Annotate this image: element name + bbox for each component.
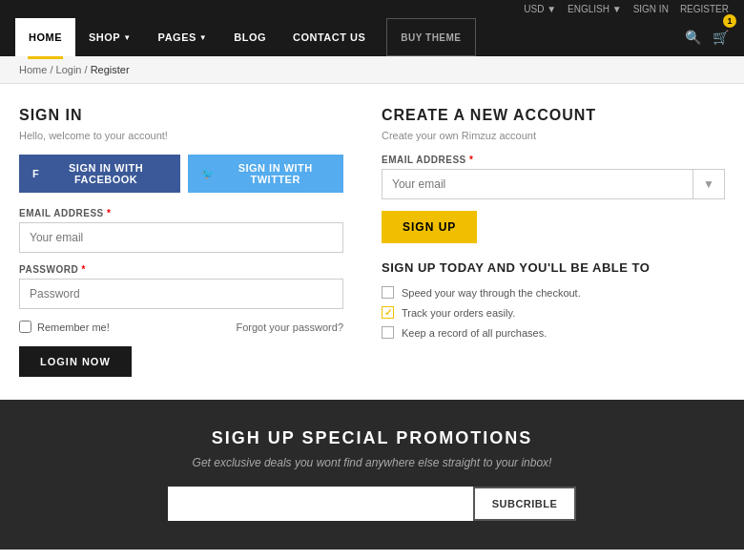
- benefit-3-text: Keep a record of all purchases.: [402, 327, 547, 339]
- signin-link[interactable]: SIGN IN: [633, 4, 669, 14]
- benefit-2-text: Track your orders easily.: [402, 307, 515, 319]
- signin-section: SIGN IN Hello, welcome to your account! …: [19, 107, 343, 377]
- benefit-3-checkbox: [382, 326, 394, 339]
- breadcrumb-home[interactable]: Home: [19, 64, 47, 75]
- signin-password-input[interactable]: [19, 279, 343, 309]
- nav-shop[interactable]: SHOP ▼: [75, 18, 145, 56]
- breadcrumb-current: Register: [91, 64, 130, 75]
- promo-email-input[interactable]: [168, 487, 473, 521]
- create-account-subtitle: Create your own Rimzuz account: [382, 130, 725, 141]
- promo-subtitle: Get exclusive deals you wont find anywhe…: [19, 456, 725, 469]
- nav-pages[interactable]: PAGES ▼: [145, 18, 221, 56]
- nav-buy-theme[interactable]: BUY THEME: [386, 18, 475, 56]
- email-dropdown-icon[interactable]: ▼: [693, 169, 725, 199]
- nav-icons: 🔍 🛒 1: [685, 30, 729, 45]
- benefit-1-text: Speed your way through the checkout.: [402, 287, 581, 299]
- subscribe-button[interactable]: SUBCRIBLE: [473, 487, 577, 521]
- remember-me-checkbox[interactable]: [19, 321, 31, 333]
- main-nav: HOME SHOP ▼ PAGES ▼ BLOG CONTACT US BUY …: [0, 18, 744, 56]
- benefits-title: SIGN UP TODAY AND YOU'LL BE ABLE TO: [382, 260, 725, 275]
- pages-arrow: ▼: [199, 33, 207, 42]
- forgot-password-link[interactable]: Forgot your password?: [237, 321, 344, 333]
- benefit-2-checkbox: ✓: [382, 306, 394, 319]
- signup-button[interactable]: SIGN UP: [382, 211, 477, 243]
- signin-subtitle: Hello, welcome to your account!: [19, 130, 343, 141]
- form-options-row: Remember me! Forgot your password?: [19, 321, 343, 333]
- nav-home[interactable]: HOME: [15, 18, 75, 56]
- register-link[interactable]: REGISTER: [680, 4, 729, 14]
- facebook-signin-button[interactable]: f SIGN IN WITH FACEBOOK: [19, 155, 180, 193]
- twitter-signin-button[interactable]: 🐦 SIGN IN WITH TWITTER: [188, 155, 343, 193]
- signup-email-input[interactable]: [382, 169, 693, 199]
- twitter-icon: 🐦: [201, 168, 216, 180]
- checkmark-icon: ✓: [384, 307, 392, 318]
- nav-contact[interactable]: CONTACT US: [279, 18, 379, 56]
- new-email-label: EMAIL ADDRESS *: [382, 155, 725, 165]
- email-label: EMAIL ADDRESS *: [19, 208, 343, 218]
- search-icon[interactable]: 🔍: [685, 30, 701, 45]
- cart-icon[interactable]: 🛒: [713, 30, 729, 45]
- nav-blog[interactable]: BLOG: [220, 18, 279, 56]
- login-button[interactable]: LOGIN NOW: [19, 346, 132, 377]
- benefit-1-checkbox: [382, 286, 394, 299]
- promo-section: SIGH UP SPECIAL PROMOTIONS Get exclusive…: [0, 400, 744, 550]
- main-content: SIGN IN Hello, welcome to your account! …: [0, 84, 744, 400]
- signin-email-input[interactable]: [19, 222, 343, 253]
- create-account-section: CREATE A NEW ACCOUNT Create your own Rim…: [382, 107, 725, 377]
- benefit-2: ✓ Track your orders easily.: [382, 306, 725, 319]
- currency-selector[interactable]: USD ▼: [524, 4, 556, 14]
- language-selector[interactable]: ENGLISH ▼: [568, 4, 622, 14]
- top-bar: USD ▼ ENGLISH ▼ SIGN IN REGISTER: [0, 0, 744, 18]
- cart-badge: 1: [723, 14, 736, 28]
- nav-links: HOME SHOP ▼ PAGES ▼ BLOG CONTACT US BUY …: [15, 18, 685, 56]
- breadcrumb: Home / Login / Register: [0, 56, 744, 84]
- promo-form: SUBCRIBLE: [19, 487, 725, 521]
- signin-title: SIGN IN: [19, 107, 343, 124]
- footer: ⏰ 𝕏 P f B D OUR SERVICE Shipping Policy …: [0, 550, 744, 560]
- password-label: PASSWORD *: [19, 264, 343, 275]
- shop-arrow: ▼: [123, 33, 131, 42]
- benefit-1: Speed your way through the checkout.: [382, 286, 725, 299]
- remember-me-label[interactable]: Remember me!: [19, 321, 110, 333]
- breadcrumb-login[interactable]: Login: [56, 64, 82, 75]
- facebook-icon: f: [32, 168, 39, 179]
- create-account-title: CREATE A NEW ACCOUNT: [382, 107, 725, 124]
- promo-title: SIGH UP SPECIAL PROMOTIONS: [19, 428, 725, 448]
- social-buttons: f SIGN IN WITH FACEBOOK 🐦 SIGN IN WITH T…: [19, 155, 343, 193]
- benefit-3: Keep a record of all purchases.: [382, 326, 725, 339]
